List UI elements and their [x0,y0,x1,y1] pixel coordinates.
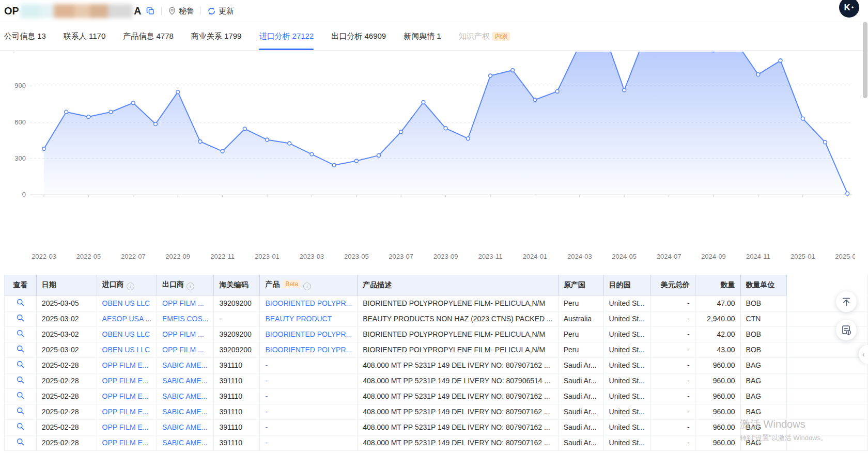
cell-product: - [260,435,358,450]
view-button[interactable] [17,423,24,430]
view-search-icon [17,299,24,306]
cell-filler [787,435,868,450]
company-name: OP A [4,4,141,18]
cell-exporter: SABIC AME... [157,357,214,373]
cell-importer: AESOP USA ... [97,311,157,326]
importer-link[interactable]: AESOP USA ... [102,315,151,323]
cell-date: 2025-03-02 [36,326,97,342]
product-link[interactable]: BEAUTY PRODUCT [265,315,332,323]
tab-product-info[interactable]: 产品信息 4778 [123,22,174,50]
x-axis-label: 2024-03 [567,253,592,260]
exporter-link[interactable]: SABIC AME... [162,408,207,416]
table-row: 2025-03-02AESOP USA ...EMEIS COS...-BEAU… [5,311,868,326]
importer-link[interactable]: OPP FILM E... [102,361,149,369]
cell-quantity_unit: BOB [740,295,787,311]
tab-import-analysis[interactable]: 进口分析 27122 [259,22,314,50]
scrollbar-thumb[interactable] [863,22,867,98]
tab-ip[interactable]: 知识产权内测 [459,22,510,50]
product-link[interactable]: BIOORIENTED POLYPR... [265,346,352,354]
table-row: 2025-02-28OPP FILM E...SABIC AME...39111… [5,419,868,435]
view-button[interactable] [17,376,24,384]
tab-business-relations[interactable]: 商业关系 1799 [191,22,242,50]
importer-link[interactable]: OPP FILM E... [102,408,149,416]
importer-link[interactable]: OPP FILM E... [102,377,149,385]
info-icon[interactable]: i [303,283,311,290]
back-to-top-icon [841,296,852,307]
cell-description: 408.000 MT PP 5231P 149 DEL IVERY NO: 80… [358,404,558,419]
product-link[interactable]: BIOORIENTED POLYPR... [265,330,352,338]
cell-view [5,404,37,419]
info-icon[interactable]: i [187,283,194,290]
exporter-link[interactable]: SABIC AME... [162,392,207,400]
view-button[interactable] [17,330,24,337]
view-button[interactable] [17,314,24,322]
exporter-link[interactable]: EMEIS COS... [162,315,208,323]
import-trend-chart: 03006009001,2001,5002022-032022-052022-0… [0,52,855,264]
column-header-label: 产品 [265,280,280,288]
column-header-label: 数量单位 [746,280,775,289]
cell-importer: OBEN US LLC [97,295,157,311]
x-axis-label: 2025-01 [791,253,815,260]
copy-icon[interactable] [146,7,155,15]
exporter-link[interactable]: SABIC AME... [162,423,207,431]
exporter-link[interactable]: SABIC AME... [162,377,207,385]
report-button[interactable] [836,320,857,340]
tab-news[interactable]: 新闻舆情 1 [404,22,441,50]
view-button[interactable] [17,345,24,353]
importer-link[interactable]: OPP FILM E... [102,423,149,431]
exporter-link[interactable]: OPP FILM ... [162,346,204,354]
exporter-link[interactable]: SABIC AME... [162,439,207,447]
cell-dest_country: United St... [603,311,650,326]
cell-origin_country: Saudi Ar... [558,404,603,419]
cell-quantity: 47.00 [695,295,740,311]
product-link[interactable]: - [265,423,268,431]
cell-filler [787,419,868,435]
cell-importer: OPP FILM E... [97,435,157,450]
cell-quantity: 960.00 [695,404,740,419]
importer-link[interactable]: OPP FILM E... [102,439,149,447]
cell-dest_country: United St... [603,404,650,419]
column-header-hs_code: 海关编码 [214,275,260,295]
back-to-top-button[interactable] [836,291,857,312]
view-search-icon [17,361,24,368]
cell-view [5,388,37,404]
tab-contacts[interactable]: 联系人 1170 [64,22,105,50]
cell-description: 408.000 MT PP 5231P 149 DE LIVERY NO: 80… [358,373,558,388]
exporter-link[interactable]: OPP FILM ... [162,299,204,307]
importer-link[interactable]: OBEN US LLC [102,330,150,338]
product-link[interactable]: BIOORIENTED POLYPR... [265,299,352,307]
product-link[interactable]: - [265,377,268,385]
view-button[interactable] [17,299,24,306]
cell-product: - [260,357,358,373]
tab-label: 知识产权 [459,32,490,41]
tab-export-analysis[interactable]: 出口分析 46909 [331,22,386,50]
update-button[interactable]: 更新 [207,6,234,16]
product-link[interactable]: - [265,439,268,447]
product-link[interactable]: - [265,392,268,400]
importer-link[interactable]: OBEN US LLC [102,346,150,354]
cell-description: BIORIENTED POLYPROPYLENE FILM- PELICULA,… [358,326,558,342]
cell-quantity: 43.00 [695,342,740,357]
importer-link[interactable]: OPP FILM E... [102,392,149,400]
exporter-link[interactable]: OPP FILM ... [162,330,204,338]
product-link[interactable]: - [265,361,268,369]
cell-hs_code: 391110 [214,373,260,388]
info-icon[interactable]: i [127,283,134,290]
column-header-label: 原产国 [564,280,585,289]
view-button[interactable] [17,392,24,399]
exporter-link[interactable]: SABIC AME... [162,361,207,369]
cell-origin_country: Saudi Ar... [558,373,603,388]
product-link[interactable]: - [265,408,268,416]
cell-exporter: OPP FILM ... [157,326,214,342]
importer-link[interactable]: OBEN US LLC [102,299,150,307]
column-header-label: 美元总价 [661,280,690,289]
view-button[interactable] [17,361,24,368]
cell-quantity_unit: BOB [740,342,787,357]
tab-company-info[interactable]: 公司信息 13 [4,22,46,50]
view-button[interactable] [17,438,24,446]
cell-date: 2025-03-02 [36,311,97,326]
y-axis-label: 300 [14,154,26,162]
cell-dest_country: United St... [603,388,650,404]
table-row: 2025-03-05OBEN US LLCOPP FILM ...3920920… [5,295,868,311]
view-button[interactable] [17,407,24,415]
